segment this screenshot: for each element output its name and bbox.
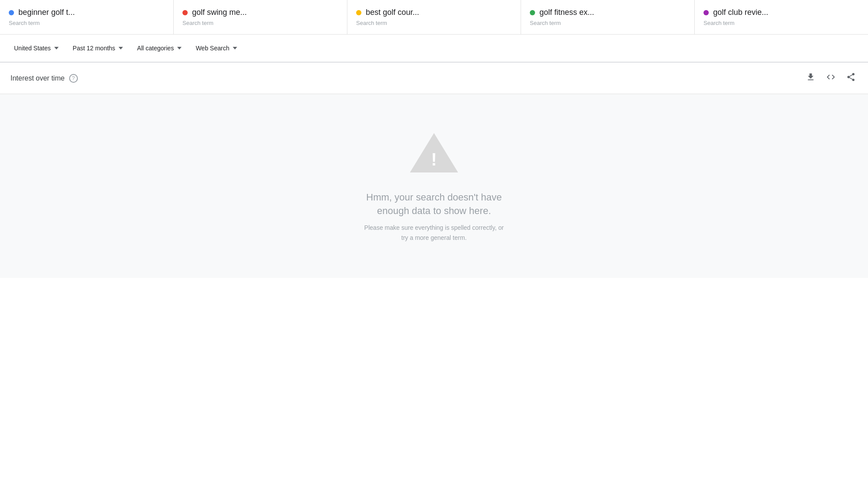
filters-row: United States Past 12 months All categor… [0,35,868,63]
search-term-card[interactable]: golf fitness ex...Search term [521,0,695,34]
search-term-card[interactable]: golf swing me...Search term [174,0,347,34]
interest-over-time-section: Interest over time ? [0,63,868,278]
search-term-card[interactable]: beginner golf t...Search term [0,0,174,34]
download-icon[interactable] [804,70,817,86]
section-title: Interest over time [10,74,65,82]
region-filter[interactable]: United States [9,41,64,55]
help-icon[interactable]: ? [69,74,78,83]
share-icon[interactable] [844,70,858,86]
empty-state-title: Hmm, your search doesn't haveenough data… [366,191,502,218]
region-chevron-icon [54,47,59,49]
empty-state-subtitle: Please make sure everything is spelled c… [364,223,504,243]
search-terms-row: beginner golf t...Search termgolf swing … [0,0,868,35]
svg-text:!: ! [431,150,437,169]
search-type-filter[interactable]: Web Search [190,41,242,55]
term-dot [356,10,361,15]
term-dot [182,10,188,15]
term-title: golf club revie... [713,8,768,17]
category-filter[interactable]: All categories [132,41,187,55]
time-filter[interactable]: Past 12 months [67,41,128,55]
category-chevron-icon [177,47,182,49]
time-filter-label: Past 12 months [73,45,115,52]
empty-state: ! Hmm, your search doesn't haveenough da… [0,94,868,278]
term-label: Search term [356,20,512,26]
category-filter-label: All categories [137,45,174,52]
search-type-filter-label: Web Search [196,45,229,52]
term-dot [9,10,14,15]
section-actions [804,70,858,86]
term-label: Search term [182,20,338,26]
term-dot [704,10,709,15]
search-term-card[interactable]: golf club revie...Search term [695,0,868,34]
term-dot [530,10,535,15]
time-chevron-icon [119,47,123,49]
term-title: beginner golf t... [18,8,75,17]
warning-triangle-icon: ! [408,130,460,177]
search-term-card[interactable]: best golf cour...Search term [347,0,521,34]
section-header: Interest over time ? [0,63,868,94]
term-label: Search term [704,20,859,26]
term-title: golf swing me... [192,8,247,17]
search-type-chevron-icon [233,47,237,49]
region-filter-label: United States [14,45,51,52]
term-title: best golf cour... [366,8,419,17]
term-title: golf fitness ex... [539,8,594,17]
embed-icon[interactable] [824,70,837,86]
term-label: Search term [530,20,686,26]
term-label: Search term [9,20,164,26]
section-title-row: Interest over time ? [10,74,78,83]
